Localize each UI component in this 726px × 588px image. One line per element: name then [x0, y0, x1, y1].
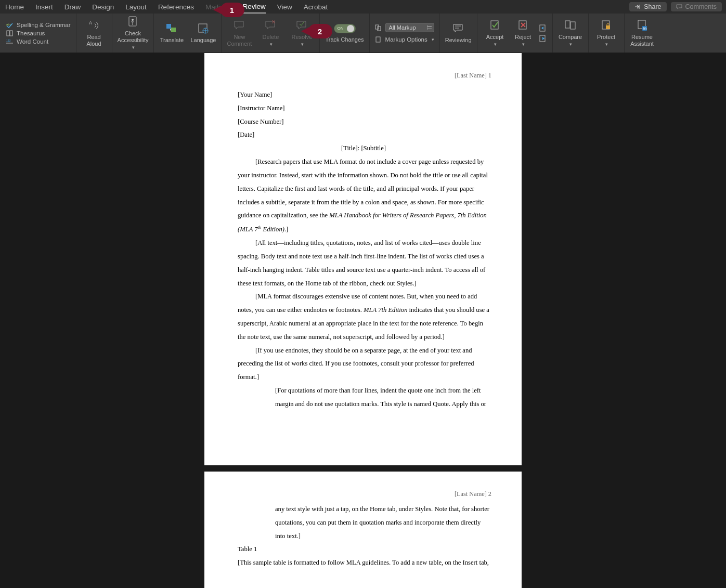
svg-rect-12 [375, 25, 379, 29]
para-1: [Research papers that use MLA format do … [238, 155, 489, 237]
top-right-buttons: Share Comments [629, 2, 722, 11]
para1-text-b: .] [284, 226, 288, 233]
delete-comment-label: Delete [263, 34, 279, 40]
new-comment-button[interactable]: New Comment [227, 19, 252, 46]
share-button[interactable]: Share [629, 2, 666, 11]
page-1: [Last Name] 1 [Your Name] [Instructor Na… [204, 53, 522, 465]
chevron-down-icon: ▾ [494, 42, 497, 47]
svg-rect-14 [376, 37, 380, 42]
chevron-down-icon: ▾ [270, 42, 273, 47]
track-changes-toggle[interactable]: ON [334, 24, 356, 33]
reject-label: Reject [515, 34, 531, 40]
quote-continued: any text style with just a tap, on the H… [275, 503, 489, 543]
check-accessibility-label: Check Accessibility [118, 30, 149, 43]
chevron-down-icon: ▾ [522, 42, 525, 47]
new-comment-label: New Comment [227, 34, 252, 46]
protect-label: Protect [597, 34, 615, 40]
markup-options-button[interactable]: Markup Options ▾ [375, 35, 434, 44]
document-viewport[interactable]: [Last Name] 1 [Your Name] [Instructor Na… [0, 53, 726, 588]
compare-button[interactable]: Compare ▾ [558, 19, 583, 47]
page1-body[interactable]: [Your Name] [Instructor Name] [Course Nu… [238, 88, 489, 411]
abc-check-icon: abc [6, 22, 14, 28]
tab-view[interactable]: View [277, 0, 292, 14]
toggle-knob [347, 25, 354, 32]
markup-view-select[interactable]: All Markup [385, 23, 434, 32]
field-date: [Date] [238, 128, 489, 142]
accessibility-icon [127, 16, 139, 28]
translate-button[interactable]: Translate [159, 22, 184, 43]
callout-marker-1: 1 [221, 3, 244, 17]
comments-label: Comments [685, 3, 717, 10]
tab-insert[interactable]: Insert [35, 0, 53, 14]
language-button[interactable]: Language [190, 22, 216, 43]
tab-layout[interactable]: Layout [125, 0, 147, 14]
chevron-down-icon: ▾ [605, 42, 608, 47]
thesaurus-button[interactable]: Thesaurus [6, 29, 71, 37]
tab-design[interactable]: Design [92, 0, 114, 14]
check-accessibility-button[interactable]: Check Accessibility ▾ [118, 16, 149, 50]
speech-group: A Read Aloud [76, 14, 112, 53]
review-ribbon: abc Spelling & Grammar Thesaurus 123 Wor… [0, 14, 726, 53]
word-count-button[interactable]: 123 Word Count [6, 37, 71, 46]
delete-comment-button[interactable]: Delete ▾ [258, 19, 283, 47]
globe-icon [197, 22, 210, 35]
markup-options-label: Markup Options [385, 36, 427, 43]
svg-point-7 [132, 19, 134, 21]
markup-group: All Markup Markup Options ▾ [370, 14, 440, 53]
count-icon: 123 [6, 38, 14, 45]
tab-review[interactable]: Review [242, 0, 265, 14]
tab-acrobat[interactable]: Acrobat [304, 0, 328, 14]
reviewing-pane-icon [452, 22, 464, 35]
table-label: Table 1 [238, 543, 489, 556]
prev-change-button[interactable] [539, 24, 547, 32]
read-aloud-button[interactable]: A Read Aloud [82, 19, 107, 46]
language-group: Translate Language [154, 14, 222, 53]
chevron-down-icon: ▾ [432, 37, 434, 42]
svg-rect-8 [166, 24, 171, 29]
spelling-grammar-button[interactable]: abc Spelling & Grammar [6, 21, 71, 29]
next-change-button[interactable] [539, 34, 547, 43]
translate-icon [165, 22, 178, 35]
linkedin-icon: in [636, 19, 649, 32]
svg-rect-9 [171, 28, 176, 32]
para-3: [MLA format discourages extensive use of… [238, 290, 489, 344]
svg-text:A: A [89, 20, 92, 25]
protect-button[interactable]: Protect ▾ [594, 19, 619, 47]
table-intro: [This sample table is formatted to follo… [238, 556, 489, 570]
proofing-group: abc Spelling & Grammar Thesaurus 123 Wor… [0, 14, 76, 53]
show-markup-icon [375, 24, 382, 31]
svg-rect-17 [491, 21, 498, 29]
new-comment-icon [233, 19, 245, 32]
tab-bar: Home Insert Draw Design Layout Reference… [0, 0, 726, 14]
protect-group: Protect ▾ [589, 14, 625, 53]
page-icon [375, 36, 382, 43]
book-icon [6, 30, 14, 36]
accept-button[interactable]: Accept ▾ [483, 19, 508, 47]
tab-home[interactable]: Home [5, 0, 24, 14]
para1-em2: Edition) [261, 226, 284, 233]
share-icon [634, 4, 641, 9]
page-2: [Last Name] 2 any text style with just a… [204, 472, 522, 588]
menu-tabs: Home Insert Draw Design Layout Reference… [5, 0, 328, 14]
svg-rect-1 [7, 31, 9, 36]
field-course: [Course Number] [238, 115, 489, 129]
para-4: [If you use endnotes, they should be on … [238, 344, 489, 384]
resume-assistant-button[interactable]: in Resume Assistant [630, 19, 655, 46]
svg-text:in: in [643, 27, 646, 30]
comments-button[interactable]: Comments [671, 2, 722, 11]
language-label: Language [190, 37, 216, 43]
para1-text-a: [Research papers that use MLA format do … [238, 158, 488, 219]
page2-body[interactable]: any text style with just a tap, on the H… [238, 503, 489, 570]
svg-text:123: 123 [6, 39, 11, 42]
reviewing-pane-button[interactable]: Reviewing [445, 22, 472, 43]
read-aloud-label: Read Aloud [86, 34, 101, 46]
delete-comment-icon [264, 19, 277, 32]
field-instructor: [Instructor Name] [238, 102, 489, 115]
reject-button[interactable]: Reject ▾ [511, 19, 536, 47]
changes-group: Accept ▾ Reject ▾ [477, 14, 553, 53]
tab-draw[interactable]: Draw [64, 0, 81, 14]
translate-label: Translate [160, 37, 184, 43]
accept-label: Accept [486, 34, 504, 40]
tab-references[interactable]: References [158, 0, 194, 14]
spelling-grammar-label: Spelling & Grammar [17, 22, 71, 28]
